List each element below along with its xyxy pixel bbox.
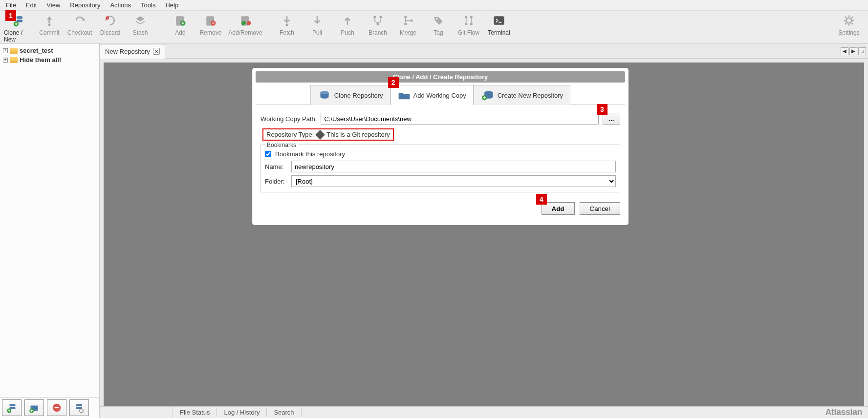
tool-add[interactable]: Add [165,13,195,37]
tool-label-commit: Commit [39,29,59,36]
close-icon[interactable]: ✕ [153,48,160,55]
create-repo-icon [481,89,495,101]
repo-type-label: Repository Type: [266,131,314,138]
expand-icon[interactable]: + [3,48,8,53]
tab-new-repository[interactable]: New Repository ✕ [100,44,165,59]
tab-prev-button[interactable]: ◀ [841,47,848,55]
name-label: Name: [265,163,287,170]
main: + secret_test + Hide them all! [0,44,868,418]
bookmark-checkbox[interactable] [265,151,271,157]
bookmarks-group: Bookmarks Bookmark this repository Name:… [260,145,620,192]
tabbar-controls: ◀ ▶ □ [841,47,868,55]
tool-label-push: Push [341,29,354,36]
svg-point-14 [380,16,382,18]
tool-add-remove[interactable]: Add/Remove [226,13,265,37]
dialog-tab-label: Clone Repository [334,92,383,99]
commit-icon [43,14,56,27]
svg-point-11 [247,21,251,25]
menubar: File Edit View Repository Actions Tools … [0,0,868,11]
dialog-body: Working Copy Path: ... 3 Repository Type… [256,105,625,222]
dialog-clone-add-create: Clone / Add / Create Repository Clone Re… [253,68,628,225]
callout-4: 4 [536,194,547,205]
status-search[interactable]: Search [267,408,301,417]
cancel-button[interactable]: Cancel [580,202,621,215]
callout-1: 1 [5,10,16,21]
tool-pull[interactable]: Pull [302,13,332,37]
discard-icon [103,14,117,27]
dialog-tab-create[interactable]: Create New Repository [474,85,570,105]
tree-item-label: secret_test [20,47,53,54]
svg-rect-26 [10,404,16,407]
tool-settings[interactable]: Settings [834,13,864,37]
tool-label-pull: Pull [312,29,322,36]
tool-label-merge: Merge [400,29,416,36]
tool-branch[interactable]: Branch [363,13,393,37]
tool-push[interactable]: Push [332,13,363,37]
svg-point-18 [410,19,412,21]
content: New Repository ✕ ◀ ▶ □ Clone / Add / Cre… [100,44,868,418]
svg-rect-24 [494,16,504,25]
dialog-tab-clone[interactable]: Clone Repository [310,85,391,105]
folder-label: Folder: [265,178,287,185]
path-input[interactable] [321,113,599,125]
tool-label-discard: Discard [100,29,120,36]
menu-actions[interactable]: Actions [106,0,135,10]
tool-merge[interactable]: Merge [393,13,423,37]
svg-point-15 [376,22,379,25]
svg-point-16 [404,16,407,18]
svg-point-12 [285,23,288,26]
dialog-title: Clone / Add / Create Repository [256,71,625,83]
tool-label-stash: Stash [133,29,148,36]
dialog-tab-label: Add Working Copy [413,92,466,99]
menu-view[interactable]: View [43,0,64,10]
tool-label-branch: Branch [369,29,387,36]
tabbar: New Repository ✕ ◀ ▶ □ [100,44,868,59]
svg-rect-32 [76,404,82,407]
menu-edit[interactable]: Edit [22,0,41,10]
callout-2: 2 [388,77,399,88]
menu-file[interactable]: File [2,0,20,10]
statusbar: File Status Log / History Search Atlassi… [100,406,868,418]
tool-stash[interactable]: Stash [125,13,155,37]
add-folder-button[interactable] [24,399,44,416]
menu-tools[interactable]: Tools [137,0,159,10]
svg-point-34 [80,409,84,413]
name-input[interactable] [291,161,616,172]
dialog-tab-add[interactable]: 2 Add Working Copy [391,85,474,105]
db-plus-icon [6,402,18,414]
bookmark-label: Bookmark this repository [275,150,345,158]
git-icon [315,130,325,140]
tool-git-flow[interactable]: Git Flow [454,13,484,37]
remove-button[interactable] [47,399,66,416]
expand-icon[interactable]: + [3,58,8,63]
tree-item[interactable]: + secret_test [3,46,96,55]
svg-point-20 [465,16,467,18]
add-repo-button[interactable] [2,399,22,416]
tool-tag[interactable]: Tag [423,13,454,37]
status-file-status[interactable]: File Status [173,408,217,417]
tool-commit[interactable]: Commit [34,13,65,37]
folder-select[interactable]: [Root] [291,175,616,187]
menu-repository[interactable]: Repository [66,0,104,10]
menu-help[interactable]: Help [161,0,182,10]
tool-remove[interactable]: Remove [195,13,226,37]
tool-label-git-flow: Git Flow [458,29,479,36]
tab-expand-button[interactable]: □ [858,47,866,55]
svg-point-23 [470,22,473,25]
svg-point-22 [465,22,467,25]
tree-item[interactable]: + Hide them all! [3,55,96,64]
tool-discard[interactable]: Discard [95,13,125,37]
tab-next-button[interactable]: ▶ [849,47,857,55]
svg-point-10 [241,21,246,25]
clone-repo-icon [318,89,331,101]
path-label: Working Copy Path: [260,115,317,123]
tool-label-fetch: Fetch [280,29,294,36]
status-log-history[interactable]: Log / History [217,408,267,417]
tool-terminal[interactable]: Terminal [484,13,514,37]
tool-checkout[interactable]: Checkout [65,13,95,37]
config-button[interactable] [69,399,89,416]
tool-fetch[interactable]: Fetch [272,13,302,37]
add-remove-icon [239,14,252,27]
pull-icon [310,14,324,27]
db-gear-icon [73,402,85,414]
